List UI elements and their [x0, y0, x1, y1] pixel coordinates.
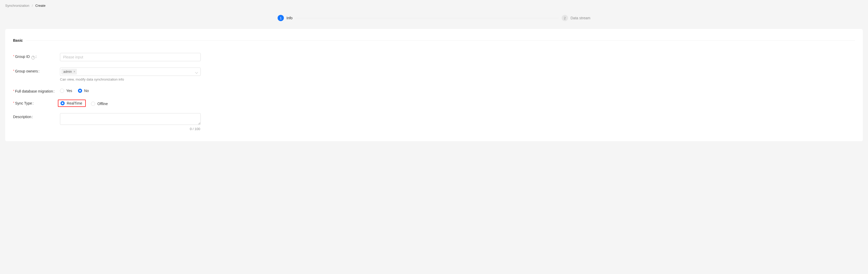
radio-offline[interactable]: Offline — [91, 102, 107, 106]
highlight-realtime: RealTime — [58, 99, 86, 107]
step-connector — [296, 18, 558, 18]
required-star: * — [13, 89, 14, 93]
step-number: 2 — [562, 15, 568, 21]
field-description: Description: 0 / 100 — [13, 113, 855, 126]
required-star: * — [13, 101, 14, 105]
breadcrumb-parent[interactable]: Synchronization — [5, 4, 29, 7]
radio-realtime[interactable]: RealTime — [60, 101, 82, 105]
step-label: Info — [286, 16, 292, 20]
required-star: * — [13, 55, 14, 58]
radio-yes[interactable]: Yes — [60, 89, 72, 93]
group-id-label: *Group ID ?: — [13, 53, 60, 59]
required-star: * — [13, 69, 14, 73]
group-id-input[interactable] — [60, 53, 201, 61]
radio-icon — [60, 89, 64, 93]
radio-no[interactable]: No — [78, 89, 89, 93]
description-char-count: 0 / 100 — [190, 127, 200, 131]
radio-icon — [78, 89, 82, 93]
section-heading-basic: Basic — [13, 38, 855, 42]
field-group-id: *Group ID ?: — [13, 53, 855, 61]
radio-icon — [91, 102, 95, 106]
sync-type-label: *Sync Type: — [13, 99, 60, 105]
form-card: Basic *Group ID ?: *Group owners: admin … — [5, 29, 863, 141]
description-textarea[interactable] — [60, 113, 201, 125]
sync-type-radio-group: RealTime Offline — [60, 99, 201, 107]
help-icon[interactable]: ? — [31, 56, 35, 59]
owner-tag: admin × — [61, 69, 77, 74]
breadcrumb-current: Create — [35, 4, 45, 7]
description-label: Description: — [13, 113, 60, 119]
full-db-migration-label: *Full database migration: — [13, 88, 60, 93]
close-icon[interactable]: × — [73, 70, 76, 73]
group-owners-label: *Group owners: — [13, 67, 60, 73]
breadcrumb-separator: / — [32, 4, 33, 7]
stepper: 1 Info 2 Data stream — [278, 14, 590, 27]
field-group-owners: *Group owners: admin × Can view, modify … — [13, 67, 855, 81]
field-full-db-migration: *Full database migration: Yes No — [13, 88, 855, 93]
breadcrumb: Synchronization / Create — [5, 4, 863, 7]
step-data-stream[interactable]: 2 Data stream — [562, 15, 590, 21]
radio-icon — [60, 101, 65, 105]
group-owners-select[interactable]: admin × — [60, 67, 201, 76]
step-info[interactable]: 1 Info — [278, 15, 292, 21]
group-owners-hint: Can view, modify data synchronization in… — [60, 78, 201, 81]
section-title: Basic — [13, 38, 23, 42]
step-label: Data stream — [570, 16, 590, 20]
field-sync-type: *Sync Type: RealTime Offline — [13, 99, 855, 107]
step-number: 1 — [278, 15, 284, 21]
section-divider — [26, 40, 855, 41]
full-db-migration-radio-group: Yes No — [60, 88, 201, 93]
